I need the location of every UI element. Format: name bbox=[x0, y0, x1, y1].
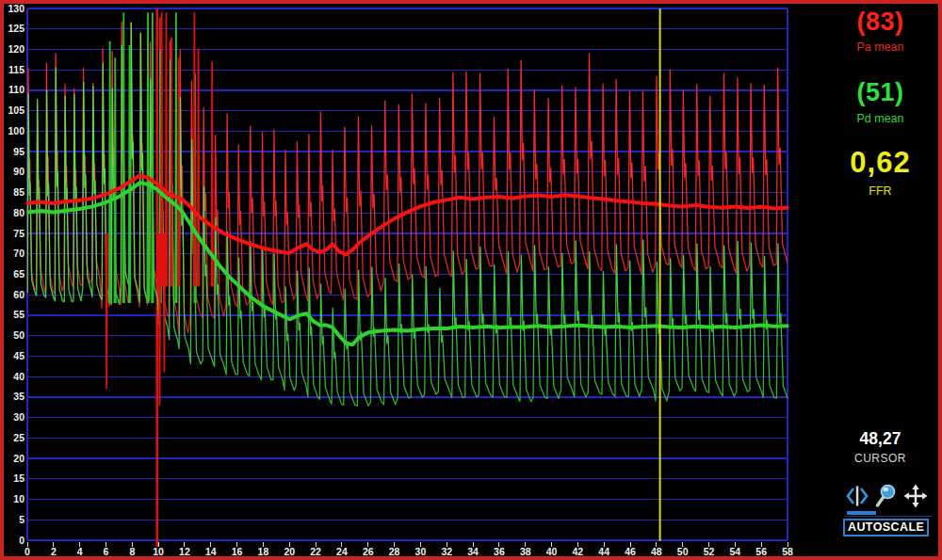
svg-text:75: 75 bbox=[13, 228, 24, 239]
svg-text:28: 28 bbox=[389, 546, 400, 557]
svg-text:54: 54 bbox=[730, 546, 741, 557]
svg-text:58: 58 bbox=[782, 546, 793, 557]
svg-text:26: 26 bbox=[363, 546, 374, 557]
svg-text:90: 90 bbox=[13, 166, 24, 177]
svg-text:110: 110 bbox=[8, 84, 24, 95]
autoscale-button[interactable]: AUTOSCALE bbox=[843, 519, 929, 536]
svg-text:34: 34 bbox=[467, 546, 479, 557]
svg-text:50: 50 bbox=[13, 329, 24, 341]
svg-text:18: 18 bbox=[258, 546, 269, 557]
svg-text:35: 35 bbox=[13, 391, 24, 402]
toolbar-divider bbox=[845, 516, 932, 517]
svg-text:4: 4 bbox=[77, 546, 83, 557]
pan-tool-button[interactable] bbox=[903, 481, 928, 510]
svg-text:45: 45 bbox=[13, 350, 24, 361]
svg-text:120: 120 bbox=[8, 43, 24, 55]
svg-text:5: 5 bbox=[19, 514, 24, 525]
svg-text:70: 70 bbox=[13, 248, 24, 259]
svg-text:8: 8 bbox=[129, 546, 135, 557]
svg-text:15: 15 bbox=[13, 472, 24, 484]
svg-text:44: 44 bbox=[598, 546, 609, 557]
svg-text:14: 14 bbox=[205, 546, 217, 557]
svg-text:10: 10 bbox=[153, 546, 164, 557]
x-axis-labels: 0246810121416182022242628303234363840424… bbox=[24, 542, 793, 557]
svg-text:52: 52 bbox=[704, 546, 715, 557]
chart-toolbar bbox=[845, 481, 928, 510]
svg-text:20: 20 bbox=[13, 453, 24, 464]
svg-text:80: 80 bbox=[13, 207, 24, 218]
svg-text:85: 85 bbox=[13, 186, 24, 198]
cursor-value: 48,27 bbox=[821, 431, 939, 448]
cursor-position-tool-button[interactable] bbox=[845, 481, 869, 510]
ffr-monitor-window: 0246810121416182022242628303234363840424… bbox=[0, 0, 942, 560]
pressure-chart[interactable]: 0246810121416182022242628303234363840424… bbox=[0, 0, 942, 560]
zoom-icon bbox=[874, 482, 899, 510]
cursor-position-icon bbox=[846, 484, 869, 508]
active-tool-indicator bbox=[847, 511, 876, 515]
svg-text:40: 40 bbox=[546, 546, 558, 557]
svg-text:65: 65 bbox=[13, 268, 24, 280]
svg-text:0: 0 bbox=[24, 546, 30, 557]
svg-text:125: 125 bbox=[8, 23, 24, 34]
svg-text:40: 40 bbox=[13, 371, 24, 382]
pd-mean-value: (51) bbox=[821, 80, 939, 105]
svg-text:100: 100 bbox=[8, 125, 24, 136]
svg-text:60: 60 bbox=[13, 289, 24, 300]
svg-text:22: 22 bbox=[310, 546, 321, 557]
svg-text:36: 36 bbox=[494, 546, 505, 557]
svg-text:25: 25 bbox=[13, 432, 24, 443]
svg-text:115: 115 bbox=[8, 64, 24, 75]
svg-text:56: 56 bbox=[755, 546, 767, 557]
pa-mean-label: Pa mean bbox=[821, 41, 939, 54]
zoom-tool-button[interactable] bbox=[874, 481, 899, 510]
svg-text:50: 50 bbox=[677, 546, 689, 557]
svg-text:105: 105 bbox=[8, 104, 24, 116]
svg-text:55: 55 bbox=[13, 309, 24, 320]
svg-text:2: 2 bbox=[51, 546, 57, 557]
svg-text:38: 38 bbox=[520, 546, 531, 557]
svg-text:20: 20 bbox=[284, 546, 295, 557]
svg-text:46: 46 bbox=[625, 546, 636, 557]
svg-text:0: 0 bbox=[19, 535, 24, 546]
svg-text:6: 6 bbox=[104, 546, 109, 557]
svg-text:24: 24 bbox=[336, 546, 348, 557]
svg-text:12: 12 bbox=[179, 546, 190, 557]
svg-text:42: 42 bbox=[573, 546, 584, 557]
svg-text:130: 130 bbox=[8, 3, 24, 14]
svg-text:30: 30 bbox=[415, 546, 427, 557]
svg-text:48: 48 bbox=[651, 546, 662, 557]
y-axis-labels: 0510152025303540455055606570758085909510… bbox=[8, 3, 24, 546]
pa-mean-value: (83) bbox=[821, 9, 939, 35]
svg-text:95: 95 bbox=[13, 146, 24, 157]
svg-text:32: 32 bbox=[441, 546, 452, 557]
pd-mean-label: Pd mean bbox=[821, 113, 939, 125]
cursor-label: CURSOR bbox=[821, 453, 939, 464]
svg-text:10: 10 bbox=[13, 493, 24, 504]
pan-icon bbox=[903, 484, 928, 508]
ffr-value: 0,62 bbox=[821, 148, 939, 177]
svg-text:30: 30 bbox=[13, 411, 24, 423]
svg-text:16: 16 bbox=[232, 546, 243, 557]
ffr-label: FFR bbox=[821, 185, 939, 198]
